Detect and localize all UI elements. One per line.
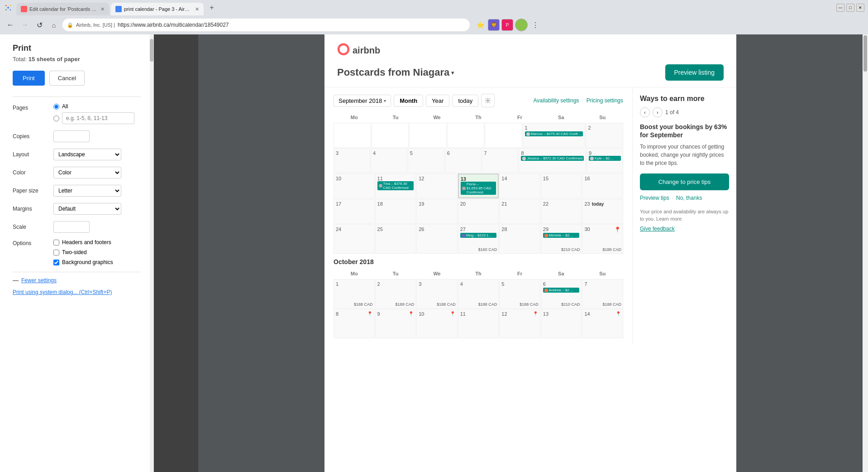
oct-day-7[interactable]: 7 $188 CAD bbox=[582, 279, 623, 308]
cal-day-25[interactable]: 25 bbox=[375, 224, 416, 254]
cal-day-24[interactable]: 24 bbox=[334, 224, 375, 254]
paper-size-select[interactable]: Letter A4 Legal bbox=[53, 185, 121, 197]
oct-day-1[interactable]: 1 $188 CAD bbox=[334, 279, 375, 308]
browser-menu-icon[interactable]: ⋮ bbox=[529, 19, 541, 31]
cal-day-21[interactable]: 21 bbox=[499, 199, 540, 224]
cal-day-16[interactable]: 16 bbox=[582, 173, 623, 198]
pin-icon-8: 📍 bbox=[367, 311, 372, 317]
cal-day-26[interactable]: 26 bbox=[416, 224, 458, 254]
oct-day-8[interactable]: 8 📍 bbox=[334, 309, 375, 338]
new-tab-button[interactable]: + bbox=[205, 1, 218, 14]
cal-day-17[interactable]: 17 bbox=[334, 199, 375, 224]
pages-custom-radio[interactable] bbox=[53, 116, 59, 121]
outer-scrollbar[interactable] bbox=[863, 34, 868, 472]
cal-day-5[interactable]: 5 bbox=[408, 148, 444, 173]
close-button[interactable]: ✕ bbox=[856, 4, 864, 12]
oct-day-2[interactable]: 2 $188 CAD bbox=[375, 279, 416, 308]
cal-day-6[interactable]: 6 bbox=[445, 148, 482, 173]
print-button[interactable]: Print bbox=[13, 71, 45, 86]
oct-day-13[interactable]: 13 bbox=[541, 309, 582, 338]
cal-day-3[interactable]: 3 bbox=[334, 148, 370, 173]
ways-prev-button[interactable]: ‹ bbox=[640, 107, 650, 117]
cal-day-29[interactable]: 29 Michele – $2… $210 CAD bbox=[541, 224, 582, 254]
oct-day-header-fr: Fr bbox=[499, 269, 540, 278]
calendar-settings-icon-button[interactable] bbox=[481, 94, 495, 107]
cal-day-14[interactable]: 14 bbox=[499, 173, 540, 198]
back-button[interactable]: ← bbox=[5, 19, 16, 31]
cancel-button[interactable]: Cancel bbox=[49, 71, 85, 86]
oct-day-10[interactable]: 10 📍 bbox=[416, 309, 458, 338]
cal-day-27[interactable]: 27 Ning – $223.1… $160 CAD bbox=[458, 224, 499, 254]
cal-day-8[interactable]: 8 Jessica – $572.30 CAD Confirmed bbox=[519, 148, 586, 173]
cal-day-12[interactable]: 12 bbox=[416, 173, 458, 198]
forward-button[interactable]: → bbox=[19, 19, 31, 31]
cal-day-11[interactable]: 11 Tina – $378.30 CAD Confirmed bbox=[375, 173, 416, 198]
home-button[interactable]: ⌂ bbox=[48, 19, 60, 31]
two-sided-label: Two-sided bbox=[62, 249, 87, 255]
cal-day-23[interactable]: 23today bbox=[582, 199, 623, 224]
today-button[interactable]: today bbox=[452, 95, 478, 107]
layout-select[interactable]: Landscape Portrait bbox=[53, 149, 121, 160]
cal-day-19[interactable]: 19 bbox=[416, 199, 458, 224]
pages-custom-input[interactable] bbox=[62, 112, 134, 124]
ways-title: Ways to earn more bbox=[640, 95, 729, 103]
cal-day-7[interactable]: 7 bbox=[482, 148, 519, 173]
cal-day-30[interactable]: 30 📍 $188 CAD bbox=[582, 224, 623, 254]
cal-day-1[interactable]: 1 Marcus – $475.30 CAD Confr… bbox=[523, 123, 586, 148]
oct-day-12[interactable]: 12 📍 bbox=[499, 309, 540, 338]
month-selector[interactable]: September 2018 ▾ bbox=[334, 95, 391, 107]
two-sided-checkbox[interactable] bbox=[53, 250, 59, 255]
cal-day-10[interactable]: 10 bbox=[334, 173, 375, 198]
profile-avatar[interactable] bbox=[515, 19, 528, 31]
margins-select[interactable]: Default None Minimum bbox=[53, 203, 121, 215]
cal-day-18[interactable]: 18 bbox=[375, 199, 416, 224]
tab1-label: Edit calendar for 'Postcards from bbox=[29, 6, 97, 12]
maximize-button[interactable]: □ bbox=[846, 4, 854, 12]
view-month-button[interactable]: Month bbox=[394, 95, 423, 107]
give-feedback-link[interactable]: Give feedback bbox=[640, 226, 675, 232]
oct-day-14[interactable]: 14 📍 bbox=[582, 309, 623, 338]
preview-listing-button[interactable]: Preview listing bbox=[665, 64, 724, 81]
preview-tips-link[interactable]: Preview tips bbox=[640, 195, 669, 201]
minimize-button[interactable]: — bbox=[836, 4, 844, 12]
copies-input[interactable]: 1 bbox=[53, 130, 90, 142]
cal-day-22[interactable]: 22 bbox=[541, 199, 582, 224]
cal-day-9[interactable]: 9 Kyle – $2… bbox=[587, 148, 623, 173]
color-select[interactable]: Color Black and white bbox=[53, 167, 121, 178]
headers-footers-checkbox[interactable] bbox=[53, 240, 59, 246]
fewer-settings-link[interactable]: Fewer settings bbox=[21, 277, 57, 284]
ways-next-button[interactable]: › bbox=[653, 107, 663, 117]
pages-all-radio[interactable] bbox=[53, 104, 59, 110]
oct-day-9[interactable]: 9 📍 bbox=[375, 309, 416, 338]
ways-boost-title: Boost your bookings by 63% for September bbox=[640, 123, 729, 139]
cal-day-20[interactable]: 20 bbox=[458, 199, 499, 224]
browser-tab-2[interactable]: print calendar - Page 3 - Airbnb ✕ bbox=[111, 3, 204, 15]
cal-day-13[interactable]: 13 Fiona – $1,653.85 CAD Confirmed bbox=[458, 173, 499, 198]
bookmark-icon[interactable]: ⭐ bbox=[474, 19, 486, 31]
oct-day-6[interactable]: 6 Andrew – $2… $210 CAD bbox=[541, 279, 582, 308]
oct-day-5[interactable]: 5 $188 CAD bbox=[499, 279, 540, 308]
refresh-button[interactable]: ↺ bbox=[33, 19, 45, 31]
tab1-close[interactable]: ✕ bbox=[100, 6, 105, 12]
oct-day-4[interactable]: 4 $188 CAD bbox=[458, 279, 499, 308]
availability-settings-link[interactable]: Availability settings bbox=[533, 97, 579, 104]
cal-day-4[interactable]: 4 bbox=[371, 148, 407, 173]
cal-day-15[interactable]: 15 bbox=[541, 173, 582, 198]
cal-day-28[interactable]: 28 bbox=[499, 224, 540, 254]
brave-shield-icon[interactable]: 🦁 bbox=[488, 19, 500, 31]
system-dialog-link[interactable]: Print using system dialog... (Ctrl+Shift… bbox=[13, 289, 141, 295]
oct-day-11[interactable]: 11 bbox=[458, 309, 499, 338]
view-year-button[interactable]: Year bbox=[426, 95, 449, 107]
browser-tab-1[interactable]: Edit calendar for 'Postcards from ✕ bbox=[16, 3, 109, 15]
no-thanks-link[interactable]: No, thanks bbox=[676, 195, 702, 201]
tab2-close[interactable]: ✕ bbox=[195, 6, 199, 12]
oct-day-3[interactable]: 3 $188 CAD bbox=[416, 279, 458, 308]
background-graphics-checkbox[interactable] bbox=[53, 260, 59, 265]
extension-icon[interactable]: P bbox=[501, 19, 513, 31]
svg-point-4 bbox=[10, 9, 11, 10]
cal-day-2[interactable]: 2 bbox=[586, 123, 623, 148]
scale-input[interactable]: 74 bbox=[53, 221, 90, 233]
change-price-tips-button[interactable]: Change to price tips bbox=[640, 173, 729, 190]
address-bar[interactable]: 🔒 Airbnb, Inc. [US] | https://www.airbnb… bbox=[62, 19, 470, 31]
pricing-settings-link[interactable]: Pricing settings bbox=[587, 97, 623, 104]
